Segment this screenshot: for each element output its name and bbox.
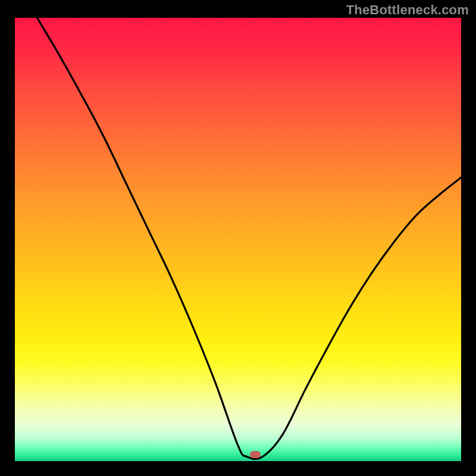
- watermark-text: TheBottleneck.com: [346, 2, 469, 18]
- plot-area: [15, 18, 461, 461]
- bottleneck-curve: [15, 18, 461, 461]
- chart-frame: TheBottleneck.com: [0, 0, 476, 476]
- minimum-marker: [250, 451, 261, 458]
